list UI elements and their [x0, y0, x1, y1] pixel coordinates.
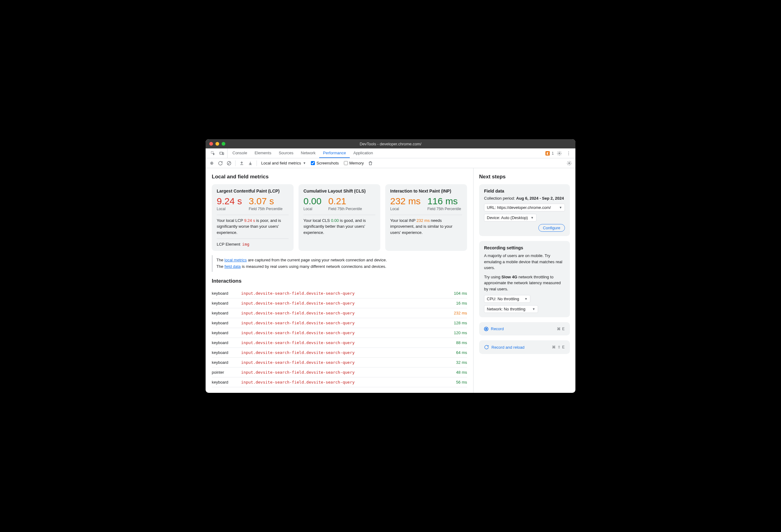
configure-button[interactable]: Configure: [538, 224, 565, 232]
settings-icon[interactable]: [556, 150, 563, 157]
tab-network[interactable]: Network: [297, 148, 320, 158]
interaction-row[interactable]: pointerinput.devsite-search-field.devsit…: [212, 367, 467, 378]
interaction-time: 104 ms: [454, 291, 467, 296]
minimize-window-button[interactable]: [215, 142, 219, 146]
interaction-row[interactable]: keyboardinput.devsite-search-field.devsi…: [212, 348, 467, 358]
record-shortcut: ⌘ E: [557, 327, 565, 331]
chevron-down-icon: ▼: [303, 162, 306, 165]
interaction-time: 48 ms: [456, 370, 467, 374]
traffic-lights: [209, 142, 225, 146]
interaction-row[interactable]: keyboardinput.devsite-search-field.devsi…: [212, 378, 467, 387]
interaction-time: 56 ms: [456, 380, 467, 385]
interaction-row[interactable]: keyboardinput.devsite-search-field.devsi…: [212, 338, 467, 348]
memory-label: Memory: [350, 161, 364, 165]
interaction-type: keyboard: [212, 301, 241, 306]
memory-checkbox[interactable]: Memory: [342, 161, 366, 165]
interaction-type: keyboard: [212, 380, 241, 385]
tab-console[interactable]: Console: [229, 148, 251, 158]
metric-description: Your local CLS 0.00 is good, and is sign…: [303, 218, 375, 236]
metric-local-value: 9.24 s: [217, 196, 242, 206]
svg-point-4: [568, 151, 569, 152]
inspect-element-icon[interactable]: [209, 150, 217, 157]
memory-checkbox-input[interactable]: [344, 161, 348, 165]
main-panel: Local and field metrics Largest Contentf…: [206, 168, 474, 393]
metric-description: Your local LCP 9.24 s is poor, and is si…: [217, 218, 289, 236]
reload-record-icon[interactable]: [217, 160, 224, 167]
screenshots-checkbox-input[interactable]: [311, 161, 315, 165]
close-window-button[interactable]: [209, 142, 213, 146]
content: Local and field metrics Largest Contentf…: [206, 168, 575, 393]
panel-settings-icon[interactable]: [566, 160, 573, 167]
metric-local-label: Local: [303, 207, 321, 212]
tab-application[interactable]: Application: [350, 148, 377, 158]
chevron-down-icon: ▼: [525, 297, 528, 301]
record-reload-card[interactable]: Record and reload ⌘ ⇧ E: [479, 340, 570, 354]
interaction-target: input.devsite-search-field.devsite-searc…: [241, 301, 456, 306]
interaction-target: input.devsite-search-field.devsite-searc…: [241, 340, 456, 345]
metric-local-value: 232 ms: [390, 196, 420, 206]
tab-performance[interactable]: Performance: [319, 148, 350, 158]
chevron-down-icon: ▼: [559, 206, 562, 209]
interaction-time: 232 ms: [454, 311, 467, 315]
record-dot-icon: [484, 327, 488, 331]
lcp-element-row[interactable]: LCP Elementimg: [217, 242, 289, 247]
interaction-row[interactable]: keyboardinput.devsite-search-field.devsi…: [212, 358, 467, 367]
svg-point-10: [569, 163, 570, 164]
local-metrics-link[interactable]: local metrics: [224, 258, 247, 262]
download-icon[interactable]: [247, 160, 254, 167]
device-toolbar-icon[interactable]: [218, 150, 225, 157]
chevron-down-icon: ▼: [531, 216, 534, 219]
upload-icon[interactable]: [238, 160, 245, 167]
interaction-row[interactable]: keyboardinput.devsite-search-field.devsi…: [212, 308, 467, 318]
tab-sources[interactable]: Sources: [275, 148, 297, 158]
recording-settings-card: Recording settings A majority of users a…: [479, 241, 570, 317]
interaction-target: input.devsite-search-field.devsite-searc…: [241, 291, 454, 296]
devtools-window: DevTools - developer.chrome.com/ Console…: [206, 139, 575, 393]
svg-point-5: [568, 153, 569, 154]
interaction-row[interactable]: keyboardinput.devsite-search-field.devsi…: [212, 328, 467, 338]
svg-point-8: [211, 163, 212, 164]
view-select[interactable]: Local and field metrics ▼: [259, 161, 308, 165]
interaction-time: 32 ms: [456, 360, 467, 365]
cpu-throttling-select[interactable]: CPU: No throttling▼: [484, 295, 530, 303]
network-throttling-select[interactable]: Network: No throttling▼: [484, 305, 538, 313]
url-select[interactable]: URL: https://developer.chrome.com/▼: [484, 204, 565, 211]
metric-field-value: 0.21: [328, 196, 362, 206]
metric-local-label: Local: [217, 207, 242, 212]
metric-local-label: Local: [390, 207, 420, 212]
recording-hint-2: Try using Slow 4G network throttling to …: [484, 274, 565, 292]
interaction-type: keyboard: [212, 340, 241, 345]
device-select[interactable]: Device: Auto (Desktop)▼: [484, 214, 536, 222]
record-label: Record: [491, 326, 504, 331]
record-card[interactable]: Record ⌘ E: [479, 322, 570, 336]
interaction-target: input.devsite-search-field.devsite-searc…: [241, 330, 454, 335]
tab-elements[interactable]: Elements: [251, 148, 275, 158]
issues-icon[interactable]: ◧: [545, 151, 550, 156]
screenshots-checkbox[interactable]: Screenshots: [309, 161, 340, 165]
interaction-target: input.devsite-search-field.devsite-searc…: [241, 370, 456, 374]
side-panel: Next steps Field data Collection period:…: [474, 168, 575, 393]
metric-field-label: Field 75th Percentile: [328, 207, 362, 212]
clear-icon[interactable]: [225, 160, 233, 167]
zoom-window-button[interactable]: [222, 142, 225, 146]
interactions-heading: Interactions: [212, 278, 467, 284]
metric-description: Your local INP 232 ms needs improvement,…: [390, 218, 462, 236]
record-icon[interactable]: [208, 160, 215, 167]
metrics-heading: Local and field metrics: [212, 174, 467, 180]
screenshots-label: Screenshots: [317, 161, 339, 165]
field-data-link[interactable]: field data: [224, 264, 241, 269]
garbage-collect-icon[interactable]: [367, 160, 374, 167]
metric-field-label: Field 75th Percentile: [249, 207, 282, 212]
more-icon[interactable]: [565, 150, 572, 157]
interaction-target: input.devsite-search-field.devsite-searc…: [241, 350, 456, 355]
issues-count[interactable]: 1: [551, 151, 554, 156]
metric-local-value: 0.00: [303, 196, 321, 206]
interaction-row[interactable]: keyboardinput.devsite-search-field.devsi…: [212, 298, 467, 308]
field-data-card: Field data Collection period: Aug 6, 202…: [479, 184, 570, 236]
interaction-row[interactable]: keyboardinput.devsite-search-field.devsi…: [212, 289, 467, 298]
metric-title: Cumulative Layout Shift (CLS): [303, 188, 375, 193]
svg-point-6: [568, 154, 569, 155]
interaction-row[interactable]: keyboardinput.devsite-search-field.devsi…: [212, 318, 467, 328]
tabbar: ConsoleElementsSourcesNetworkPerformance…: [206, 148, 575, 158]
interaction-type: keyboard: [212, 291, 241, 296]
